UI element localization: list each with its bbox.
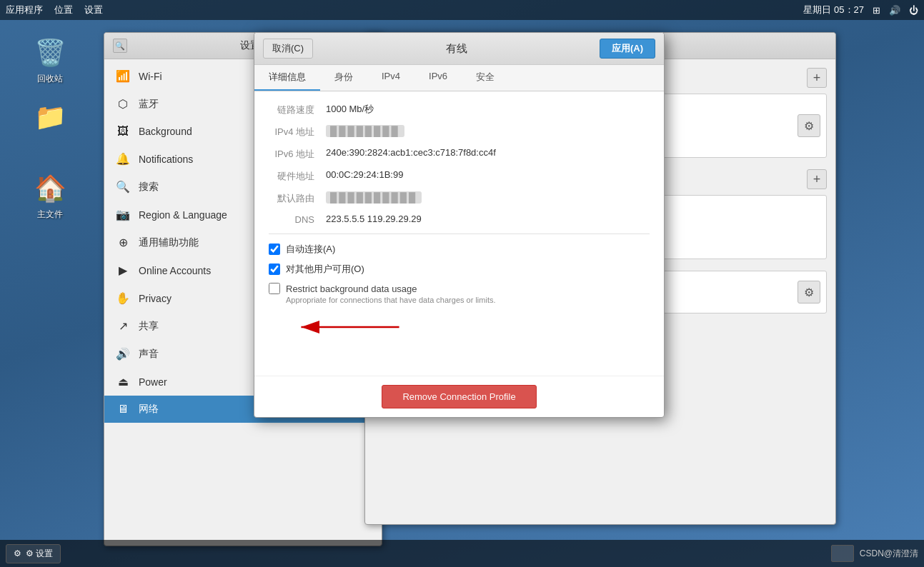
wired-dialog: 取消(C) 有线 应用(A) 详细信息 身份 IPv4 IPv6 安全 链路速度… (254, 32, 665, 418)
main-folder-icon: 🏠 (33, 171, 67, 206)
divider-1 (269, 234, 650, 234)
sidebar-item-online-accounts-label: Online Accounts (139, 265, 211, 276)
dialog-title: 有线 (313, 42, 600, 56)
taskbar-settings-menu[interactable]: 设置 (84, 4, 103, 16)
auto-connect-row: 自动连接(A) (269, 243, 650, 256)
desktop-icon-main-folder[interactable]: 🏠 主文件 (21, 171, 79, 221)
network-status-icon[interactable]: ⊞ (873, 5, 880, 16)
volume-status-icon[interactable]: 🔊 (889, 5, 900, 16)
restrict-data-checkbox[interactable] (269, 283, 280, 294)
notifications-icon: 🔔 (116, 152, 130, 166)
search-icon: 🔍 (116, 180, 130, 194)
folder-icon: 📁 (33, 100, 67, 134)
tab-ipv4[interactable]: IPv4 (367, 65, 414, 91)
sidebar-item-power-label: Power (139, 376, 167, 388)
restrict-data-row: Restrict background data usage Appropria… (269, 283, 650, 304)
hardware-address-row: 硬件地址 00:0C:29:24:1B:99 (269, 169, 650, 183)
power-status-icon[interactable]: ⏻ (909, 5, 918, 16)
sidebar-item-background-label: Background (139, 126, 192, 137)
default-route-row: 默认路由 ██████████ (269, 191, 650, 205)
bluetooth-icon: ⬡ (116, 97, 130, 111)
sharing-icon: ↗ (116, 319, 130, 333)
dns-label: DNS (269, 214, 326, 225)
sidebar-item-region-label: Region & Language (139, 209, 227, 221)
dialog-apply-btn[interactable]: 应用(A) (600, 39, 655, 59)
ipv6-label: IPv6 地址 (269, 147, 326, 161)
taskbar-app-menu[interactable]: 应用程序 (6, 4, 43, 16)
link-speed-value: 1000 Mb/秒 (326, 103, 374, 116)
ipv6-address-row: IPv6 地址 240e:390:2824:acb1:cec3:c718:7f8… (269, 147, 650, 161)
region-icon: 📷 (116, 208, 130, 221)
add-wired-btn[interactable]: + (807, 68, 827, 88)
sidebar-item-network-label: 网络 (139, 403, 159, 416)
tab-identity[interactable]: 身份 (320, 65, 367, 91)
settings-shortcut-icon: ⚙ (14, 548, 21, 558)
link-speed-row: 链路速度 1000 Mb/秒 (269, 103, 650, 116)
tab-details[interactable]: 详细信息 (254, 65, 320, 91)
remove-connection-btn[interactable]: Remove Connection Profile (382, 385, 536, 408)
taskbar-time: 星期日 05：27 (803, 4, 864, 16)
auto-connect-checkbox[interactable] (269, 244, 280, 255)
tab-security[interactable]: 安全 (462, 65, 509, 91)
hardware-label: 硬件地址 (269, 169, 326, 183)
ipv6-value: 240e:390:2824:acb1:cec3:c718:7f8d:cc4f (326, 147, 496, 158)
dns-value: 223.5.5.5 119.29.29.29 (326, 214, 422, 224)
sidebar-item-notifications-label: Notifications (139, 154, 193, 165)
taskbar-right-bottom: CSDN@清澄清 (831, 545, 918, 562)
taskbar-left: 应用程序 位置 设置 (6, 4, 103, 16)
ipv4-label: IPv4 地址 (269, 125, 326, 139)
ipv4-value: ████████ (326, 125, 404, 137)
settings-search-btn[interactable]: 🔍 (113, 39, 127, 53)
ipv4-address-row: IPv4 地址 ████████ (269, 125, 650, 139)
dialog-cancel-btn[interactable]: 取消(C) (263, 39, 313, 59)
default-route-value: ██████████ (326, 191, 422, 204)
hardware-value: 00:0C:29:24:1B:99 (326, 169, 403, 180)
tab-ipv6[interactable]: IPv6 (414, 65, 462, 91)
wifi-icon: 📶 (116, 69, 130, 83)
allow-others-label: 对其他用户可用(O) (286, 263, 364, 276)
wired-settings-btn[interactable]: ⚙ (798, 114, 820, 137)
dialog-tabs: 详细信息 身份 IPv4 IPv6 安全 (254, 65, 664, 91)
sidebar-item-wifi-label: Wi-Fi (139, 71, 162, 82)
privacy-icon: ✋ (116, 291, 130, 305)
allow-others-row: 对其他用户可用(O) (269, 263, 650, 276)
sidebar-item-accessibility-label: 通用辅助功能 (139, 236, 199, 249)
dialog-footer: Remove Connection Profile (254, 376, 664, 417)
settings-shortcut-label: ⚙ 设置 (26, 548, 53, 560)
dns-row: DNS 223.5.5.5 119.29.29.29 (269, 214, 650, 225)
taskbar-location-menu[interactable]: 位置 (54, 4, 73, 16)
online-accounts-icon: ▶ (116, 264, 130, 277)
bottom-taskbar: ⚙ ⚙ 设置 CSDN@清澄清 (0, 540, 924, 567)
link-speed-label: 链路速度 (269, 103, 326, 116)
taskbar-settings-shortcut[interactable]: ⚙ ⚙ 设置 (6, 544, 61, 563)
network-icon: 🖥 (116, 403, 130, 416)
dialog-titlebar: 取消(C) 有线 应用(A) (254, 33, 664, 65)
restrict-data-label: Restrict background data usage (286, 284, 417, 294)
accessibility-icon: ⊕ (116, 236, 130, 249)
auto-connect-label: 自动连接(A) (286, 243, 335, 256)
recycle-bin-label: 回收站 (37, 73, 63, 85)
background-icon: 🖼 (116, 125, 130, 138)
default-route-label: 默认路由 (269, 191, 326, 205)
sidebar-item-sharing-label: 共享 (139, 320, 159, 333)
main-folder-label: 主文件 (37, 209, 63, 221)
add-vpn-btn[interactable]: + (807, 169, 827, 189)
sidebar-item-privacy-label: Privacy (139, 293, 172, 304)
sidebar-item-sound-label: 声音 (139, 348, 159, 361)
taskbar-window-btn[interactable] (831, 545, 854, 562)
restrict-data-desc: Appropriate for connections that have da… (286, 296, 650, 304)
dialog-body: 链路速度 1000 Mb/秒 IPv4 地址 ████████ IPv6 地址 … (254, 91, 664, 376)
desktop: 应用程序 位置 设置 星期日 05：27 ⊞ 🔊 ⏻ 🗑️ 回收站 📁 🏠 主文… (0, 0, 924, 567)
desktop-icon-folder[interactable]: 📁 (21, 100, 79, 137)
proxy-settings-btn[interactable]: ⚙ (798, 281, 820, 303)
power-icon: ⏏ (116, 375, 130, 388)
desktop-icon-recycle-bin[interactable]: 🗑️ 回收站 (21, 36, 79, 85)
sidebar-item-search-label: 搜索 (139, 181, 159, 194)
sound-icon: 🔊 (116, 347, 130, 361)
allow-others-checkbox[interactable] (269, 264, 280, 275)
taskbar-right: 星期日 05：27 ⊞ 🔊 ⏻ (803, 4, 918, 16)
top-taskbar: 应用程序 位置 设置 星期日 05：27 ⊞ 🔊 ⏻ (0, 0, 924, 20)
csdn-watermark: CSDN@清澄清 (860, 548, 918, 560)
sidebar-item-bluetooth-label: 蓝牙 (139, 98, 159, 111)
recycle-bin-icon: 🗑️ (33, 36, 67, 70)
